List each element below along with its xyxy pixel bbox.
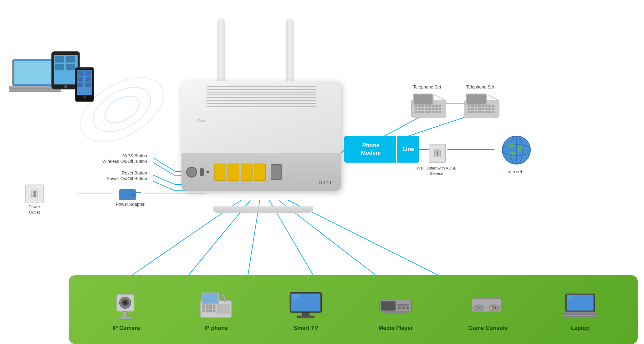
svg-rect-71	[432, 111, 434, 113]
svg-point-32	[64, 85, 67, 88]
svg-rect-129	[206, 310, 208, 312]
media-player-label: Media Player	[378, 325, 413, 331]
svg-rect-33	[55, 56, 64, 63]
power-socket	[186, 167, 197, 178]
svg-point-110	[510, 152, 516, 156]
svg-rect-137	[297, 316, 314, 318]
svg-rect-55	[432, 105, 434, 107]
svg-rect-68	[422, 111, 424, 113]
svg-rect-139	[381, 301, 396, 311]
wall-outlet-label: Wall Outlet with ADSL Service	[416, 166, 457, 176]
svg-rect-69	[425, 111, 427, 113]
vent-grill	[207, 86, 316, 107]
svg-rect-119	[202, 293, 218, 303]
svg-rect-123	[213, 305, 215, 306]
svg-rect-127	[213, 307, 215, 309]
svg-rect-122	[209, 305, 212, 306]
svg-line-102	[488, 94, 498, 100]
device-laptop: Laptop	[563, 288, 597, 331]
svg-rect-88	[475, 108, 477, 110]
wps-indicator	[207, 171, 209, 173]
svg-rect-80	[475, 105, 477, 107]
svg-rect-53	[425, 105, 427, 107]
lan-ports	[214, 164, 266, 181]
svg-rect-97	[478, 111, 481, 113]
internet-label: Internet	[506, 169, 522, 174]
svg-rect-59	[418, 108, 421, 110]
svg-rect-116	[118, 317, 132, 320]
phone-modem-label: PhoneModem	[361, 142, 381, 157]
svg-rect-41	[77, 71, 84, 76]
power-adapter-label: Power Adapter	[116, 202, 145, 207]
svg-rect-85	[492, 105, 494, 107]
wan-port	[271, 164, 282, 180]
laptop-bottom-label: Laptop	[571, 325, 590, 331]
device-media-player: Media Player	[378, 288, 413, 331]
svg-rect-94	[468, 111, 470, 113]
svg-point-40	[83, 95, 86, 99]
svg-point-150	[493, 306, 494, 307]
smartphone-icon	[74, 66, 95, 103]
svg-line-154	[497, 293, 501, 298]
label-power-onoff: Power On/Off Button	[91, 176, 147, 181]
svg-rect-54	[428, 105, 431, 107]
svg-rect-128	[202, 310, 205, 312]
svg-rect-56	[435, 105, 438, 107]
svg-rect-44	[85, 77, 91, 82]
svg-rect-87	[471, 108, 474, 110]
svg-rect-90	[482, 108, 484, 110]
svg-rect-93	[492, 108, 494, 110]
svg-rect-159	[565, 312, 596, 314]
router-body: Zyxel	[181, 81, 341, 191]
svg-rect-160	[563, 315, 597, 317]
svg-rect-52	[422, 105, 424, 107]
svg-rect-79	[471, 105, 474, 107]
svg-rect-83	[485, 105, 488, 107]
router-area: Zyxel	[181, 19, 344, 206]
telephone-set-2-label: Telephone Set	[466, 84, 494, 89]
svg-rect-51	[418, 105, 421, 107]
svg-rect-86	[468, 108, 470, 110]
svg-rect-89	[478, 108, 481, 110]
power-outlet-icon	[25, 185, 44, 203]
wireless-devices-area	[9, 56, 66, 98]
ip-camera-icon	[109, 288, 143, 322]
router-base	[213, 206, 313, 213]
internet-globe-icon	[501, 134, 532, 166]
svg-rect-99	[485, 111, 488, 113]
svg-rect-70	[428, 111, 431, 113]
wall-outlet-box	[429, 144, 446, 163]
telephone-1-icon	[410, 91, 447, 119]
svg-rect-42	[85, 71, 91, 76]
svg-point-141	[398, 306, 401, 309]
telephone-2-icon	[463, 91, 501, 119]
svg-rect-63	[432, 108, 434, 110]
svg-rect-131	[213, 310, 215, 312]
svg-rect-27	[14, 61, 51, 84]
game-console-label: Game Console	[468, 325, 508, 331]
media-player-icon	[378, 288, 413, 322]
power-outlet-label: Power Outlet	[25, 205, 44, 215]
svg-rect-50	[415, 105, 417, 107]
svg-rect-125	[206, 307, 208, 309]
svg-point-143	[406, 306, 409, 309]
svg-rect-62	[428, 108, 431, 110]
line-text: Line	[397, 136, 419, 163]
svg-point-142	[402, 306, 405, 309]
ip-phone-label: IP phone	[204, 325, 228, 331]
svg-rect-66	[415, 111, 417, 113]
svg-rect-64	[435, 108, 438, 110]
laptop-bottom-icon	[563, 288, 597, 322]
svg-rect-96	[475, 111, 477, 113]
svg-rect-126	[209, 307, 212, 309]
svg-line-74	[434, 94, 444, 100]
svg-rect-130	[209, 310, 212, 312]
svg-rect-78	[468, 105, 470, 107]
svg-rect-124	[202, 307, 205, 309]
label-wireless-onoff: Wireless On/Off Button	[91, 159, 147, 164]
phone-modem-box: PhoneModem Line	[344, 136, 397, 163]
svg-rect-81	[478, 105, 481, 107]
device-ip-camera: IP Camera	[109, 288, 143, 331]
label-reset: Reset Button	[103, 170, 147, 175]
svg-rect-58	[415, 108, 417, 110]
